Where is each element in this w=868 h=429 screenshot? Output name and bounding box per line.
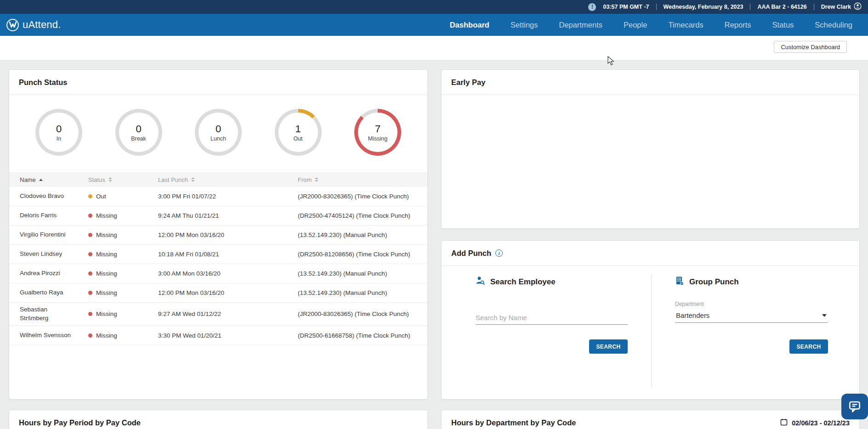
last-punch: 3:00 AM Mon 03/16/20 [158,270,298,277]
chat-launcher-button[interactable] [841,394,868,419]
group-punch-search-button[interactable]: SEARCH [789,339,828,354]
brand-logo[interactable]: uAttend. [6,19,61,31]
last-punch: 10:18 AM Fri 01/08/21 [158,251,298,258]
punch-ring-break[interactable]: 0Break [115,109,162,156]
department-selected-value: Bartenders [676,311,709,319]
table-row[interactable]: Clodoveo BravoOut3:00 PM Fri 01/07/22(JR… [9,187,427,206]
table-row[interactable]: Steven LindseyMissing10:18 AM Fri 01/08/… [9,245,427,264]
status-text: Missing [96,332,117,339]
department-label: Department [675,301,704,307]
nav-item-status[interactable]: Status [772,21,794,29]
status-text: Missing [96,310,117,317]
last-punch: 3:30 PM Wed 01/20/21 [158,332,298,339]
hours-pay-period-title: Hours by Pay Period by Pay Code [19,418,141,427]
employee-name: Virgilio Fiorentini [20,231,88,239]
add-punch-title: Add Punch [451,249,491,258]
search-employee-button[interactable]: SEARCH [589,339,628,354]
info-icon[interactable]: i [495,249,503,257]
date-range-picker[interactable]: 02/06/23 - 02/12/23 [780,418,850,427]
punch-ring-inner: 0Lunch [199,113,238,152]
status-cell: Missing [88,289,158,296]
account-name: AAA Bar 2 - 64126 [757,4,806,10]
dashboard-content: Punch Status 0In0Break0Lunch1Out7Missing… [0,61,868,429]
punch-ring-missing[interactable]: 7Missing [354,109,401,156]
status-dot-icon [88,233,92,237]
hours-by-department-card: Hours by Department by Pay Code 02/06/23… [441,410,860,429]
status-text: Missing [96,212,117,219]
add-punch-body: Search Employee SEARCH Group Punch Depar… [442,266,859,399]
punch-ring-inner: 0In [39,113,79,152]
status-cell: Missing [88,270,158,277]
customize-dashboard-button[interactable]: Customize Dashboard [774,41,847,53]
search-employee-input-wrap [476,311,628,325]
hours-by-pay-period-card: Hours by Pay Period by Pay Code [9,410,428,429]
last-punch: 12:00 PM Mon 03/16/20 [158,231,298,238]
nav-item-timecards[interactable]: Timecards [668,21,703,29]
table-row[interactable]: Virgilio FiorentiniMissing12:00 PM Mon 0… [9,226,427,245]
nav-item-settings[interactable]: Settings [511,21,538,29]
search-employee-icon [476,276,486,288]
add-punch-header: Add Punch i [442,241,859,266]
add-punch-card: Add Punch i Search Employee SEARCH [441,240,860,400]
status-dot-icon [88,291,92,295]
date-range-text: 02/06/23 - 02/12/23 [792,419,850,427]
punch-count: 0 [216,123,221,135]
search-employee-section-title: Search Employee [476,276,556,288]
column-header-last-punch[interactable]: Last Punch [158,176,298,183]
punch-ring-in[interactable]: 0In [35,109,82,156]
nav-item-departments[interactable]: Departments [559,21,602,29]
employee-name: Deloris Farris [20,211,88,220]
nav-item-reports[interactable]: Reports [725,21,751,29]
employee-name: Andrea Pirozzi [20,269,88,278]
nav-item-people[interactable]: People [624,21,647,29]
punch-ring-inner: 1Out [278,113,318,152]
status-cell: Missing [88,310,158,317]
vertical-divider [651,274,652,388]
search-employee-label: Search Employee [490,277,556,287]
nav-item-scheduling[interactable]: Scheduling [815,21,852,29]
status-cell: Missing [88,251,158,258]
sort-icon [108,177,112,182]
status-dot-icon [88,252,92,256]
department-select[interactable]: Bartenders [675,308,828,323]
top-utility-bar: ! 03:57 PM GMT -7 Wednesday, February 8,… [0,0,868,14]
punch-count: 1 [295,123,301,135]
employee-name: Steven Lindsey [20,250,88,259]
status-text: Out [96,193,106,200]
last-punch: 12:00 PM Mon 03/16/20 [158,289,298,296]
column-header-name[interactable]: Name [20,176,88,183]
punch-ring-lunch[interactable]: 0Lunch [195,109,242,156]
alert-icon[interactable]: ! [588,3,596,11]
punch-source: (DR2500-47405124) (Time Clock Punch) [298,212,427,219]
table-row[interactable]: Wilhelm SvenssonMissing3:30 PM Wed 01/20… [9,326,427,345]
topbar-divider [750,4,750,10]
table-row[interactable]: Deloris FarrisMissing9:24 AM Thu 01/21/2… [9,206,427,226]
table-row[interactable]: Gualberto RayaMissing12:00 PM Mon 03/16/… [9,283,427,303]
nav-item-dashboard[interactable]: Dashboard [450,21,489,29]
table-row[interactable]: Andrea PirozziMissing3:00 AM Mon 03/16/2… [9,264,427,283]
last-punch: 3:00 PM Fri 01/07/22 [158,193,298,200]
search-by-name-input[interactable] [476,311,628,324]
punch-ring-out[interactable]: 1Out [275,109,322,156]
employee-name: Wilhelm Svensson [20,331,88,340]
user-name: Drew Clark [821,4,851,10]
current-date: Wednesday, February 8, 2023 [664,4,743,10]
punch-count: 0 [136,123,141,135]
column-header-status[interactable]: Status [88,176,158,183]
punch-status-card: Punch Status 0In0Break0Lunch1Out7Missing… [9,69,428,400]
status-cell: Missing [88,332,158,339]
employee-name: Clodoveo Bravo [20,192,88,201]
status-text: Missing [96,251,117,258]
status-cell: Missing [88,212,158,219]
group-punch-label: Group Punch [689,277,739,287]
user-menu[interactable]: Drew Clark [821,2,862,11]
main-nav: uAttend. DashboardSettingsDepartmentsPeo… [0,14,868,36]
punch-source: (DR2500-81208656) (Time Clock Punch) [298,251,427,258]
status-dot-icon [88,271,92,276]
status-cell: Missing [88,231,158,238]
table-row[interactable]: Sebastian StršmbergMissing9:27 AM Wed 01… [9,303,427,326]
column-header-from[interactable]: From [298,176,427,183]
status-cell: Out [88,193,158,200]
punch-source: (DR2500-61668758) (Time Clock Punch) [298,332,427,339]
punch-status-header: Punch Status [9,70,427,95]
